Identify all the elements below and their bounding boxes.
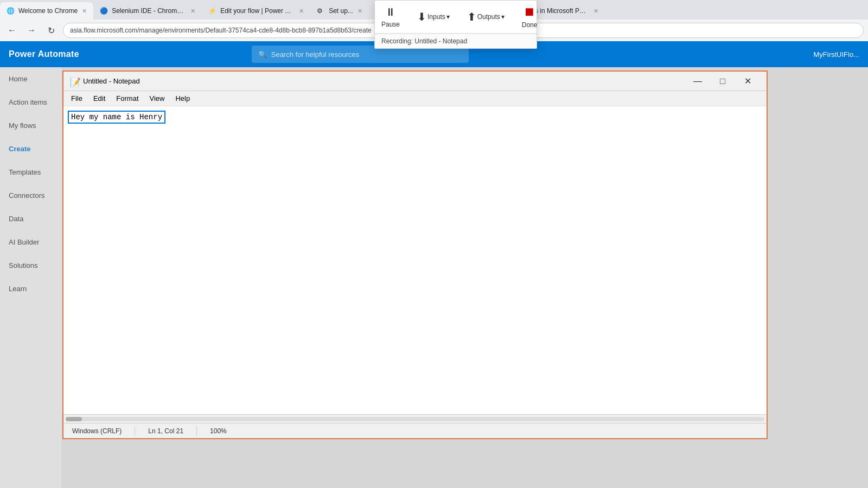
recording-text: Recording: Untitled - Notepad — [381, 37, 467, 45]
notepad-scroll-thumb[interactable] — [66, 417, 82, 421]
status-divider-2 — [196, 427, 197, 435]
notepad-cursor-pos: Ln 1, Col 21 — [148, 427, 183, 435]
notepad-typed-text: Hey my name is Henry — [68, 111, 165, 124]
inputs-icon: ⬇ — [417, 10, 426, 23]
tab-title-welcome: Welcome to Chrome — [18, 7, 78, 15]
notepad-line-ending: Windows (CRLF) — [72, 427, 122, 435]
outputs-label: Outputs — [477, 13, 500, 21]
notepad-scrollbar-h[interactable] — [63, 414, 767, 423]
notepad-menu-help[interactable]: Help — [170, 93, 195, 104]
recording-buttons: ⏸ Pause ⬇ Inputs ▾ ⬆ Outputs ▾ ⏹ Done — [375, 1, 537, 34]
tab-power-automate[interactable]: ⚡ Edit your flow | Power Automate ✕ — [202, 2, 310, 20]
tab-close-pa[interactable]: ✕ — [299, 8, 304, 15]
tab-title-selenium: Selenium IDE - Chrome Web Sto... — [112, 7, 186, 15]
outputs-button[interactable]: ⬆ Outputs ▾ — [467, 10, 505, 23]
recording-toolbar: ⏸ Pause ⬇ Inputs ▾ ⬆ Outputs ▾ ⏹ Done Re… — [374, 0, 537, 49]
notepad-scroll-track[interactable] — [66, 417, 764, 421]
done-button[interactable]: ⏹ Done — [522, 5, 538, 29]
tab-close-ui-flows[interactable]: ✕ — [593, 8, 598, 15]
notepad-editor[interactable]: Hey my name is Henry — [63, 106, 767, 423]
pa-logo: Power Automate — [9, 49, 79, 59]
notepad-maximize-button[interactable]: □ — [710, 72, 735, 91]
tab-close-setup[interactable]: ✕ — [358, 8, 362, 15]
recording-label: Recording: Untitled - Notepad — [375, 34, 537, 48]
notepad-menu-format[interactable]: Format — [111, 93, 144, 104]
pa-user: MyFirstUIFlo... — [813, 50, 859, 59]
done-label: Done — [522, 21, 538, 29]
tab-title-pa: Edit your flow | Power Automate — [220, 7, 295, 15]
notepad-statusbar: Windows (CRLF) Ln 1, Col 21 100% — [63, 423, 767, 438]
notepad-menu-file[interactable]: File — [66, 93, 88, 104]
reload-button[interactable]: ↻ — [43, 23, 59, 38]
tab-close-welcome[interactable]: ✕ — [82, 8, 87, 15]
tab-favicon-welcome: 🌐 — [7, 7, 14, 15]
tab-close-selenium[interactable]: ✕ — [190, 8, 195, 15]
tab-welcome[interactable]: 🌐 Welcome to Chrome ✕ — [0, 2, 93, 20]
outputs-chevron: ▾ — [501, 13, 505, 21]
notepad-titlebar: 📝 Untitled - Notepad ― □ ✕ — [63, 72, 767, 91]
search-icon: 🔍 — [258, 50, 267, 59]
search-placeholder: Search for helpful resources — [271, 50, 360, 59]
address-text: asia.flow.microsoft.com/manage/environme… — [70, 27, 372, 34]
pause-button[interactable]: ⏸ Pause — [381, 6, 400, 28]
forward-button[interactable]: → — [24, 23, 39, 38]
inputs-chevron: ▾ — [446, 13, 450, 21]
notepad-controls: ― □ ✕ — [685, 72, 760, 91]
notepad-text-area[interactable]: Hey my name is Henry — [63, 106, 767, 414]
back-button[interactable]: ← — [4, 23, 20, 38]
inputs-label: Inputs — [427, 13, 445, 21]
notepad-title: Untitled - Notepad — [83, 77, 685, 85]
tab-setup[interactable]: ⚙ Set up... ✕ — [310, 2, 369, 20]
status-divider-1 — [135, 427, 135, 435]
notepad-close-button[interactable]: ✕ — [735, 72, 760, 91]
notepad-zoom: 100% — [210, 427, 227, 435]
notepad-app-icon: 📝 — [70, 77, 79, 86]
done-icon: ⏹ — [524, 5, 535, 19]
tab-favicon-pa: ⚡ — [208, 7, 216, 15]
tab-title-setup: Set up... — [329, 7, 353, 15]
tab-selenium[interactable]: 🔵 Selenium IDE - Chrome Web Sto... ✕ — [93, 2, 202, 20]
outputs-icon: ⬆ — [467, 10, 476, 23]
notepad-menu-view[interactable]: View — [144, 93, 170, 104]
pause-icon: ⏸ — [385, 6, 396, 18]
notepad-menu-edit[interactable]: Edit — [88, 93, 111, 104]
notepad-window: 📝 Untitled - Notepad ― □ ✕ File Edit For… — [62, 70, 768, 439]
tab-favicon-setup: ⚙ — [317, 7, 324, 15]
notepad-menubar: File Edit Format View Help — [63, 91, 767, 106]
tab-favicon-selenium: 🔵 — [100, 7, 107, 15]
notepad-minimize-button[interactable]: ― — [685, 72, 710, 91]
pause-label: Pause — [381, 21, 400, 28]
inputs-button[interactable]: ⬇ Inputs ▾ — [417, 10, 450, 23]
